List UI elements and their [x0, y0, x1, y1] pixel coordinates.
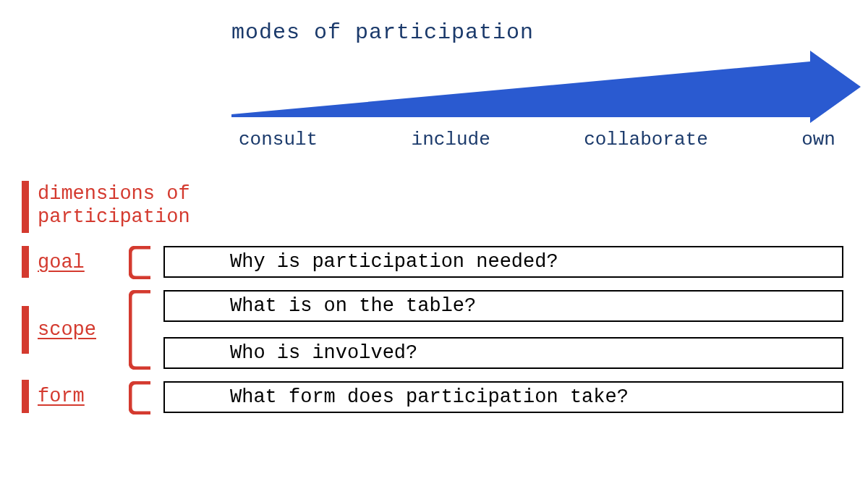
svg-marker-0 — [231, 51, 861, 123]
question-box: Why is participation needed? — [163, 246, 843, 278]
dimension-label: form — [38, 386, 85, 407]
bracket-icon — [129, 246, 153, 279]
dimensions-title: dimensions of participation — [38, 182, 190, 229]
dimension-label: goal — [38, 252, 85, 273]
question-box: What is on the table? — [163, 290, 843, 322]
red-bar-icon — [22, 246, 29, 278]
red-bar-icon — [22, 380, 29, 413]
question-box: What form does participation take? — [163, 381, 843, 413]
modes-labels: consult include collaborate own — [231, 129, 843, 150]
mode-label: collaborate — [584, 129, 708, 150]
dimension-label: scope — [38, 319, 96, 341]
question-text: What is on the table? — [230, 295, 476, 317]
question-box: Who is involved? — [163, 337, 843, 369]
bracket-icon — [129, 290, 153, 370]
bracket-icon — [129, 381, 153, 414]
question-text: What form does participation take? — [230, 386, 629, 408]
mode-label: own — [801, 129, 835, 150]
question-text: Who is involved? — [230, 342, 417, 364]
mode-label: include — [412, 129, 490, 150]
red-bar-icon — [22, 306, 29, 354]
modes-title: modes of participation — [231, 20, 839, 45]
red-bar-icon — [22, 181, 29, 233]
mode-label: consult — [239, 129, 318, 150]
arrow-icon — [231, 51, 861, 123]
question-text: Why is participation needed? — [230, 251, 558, 273]
diagram-stage: modes of participation consult include c… — [0, 0, 868, 489]
